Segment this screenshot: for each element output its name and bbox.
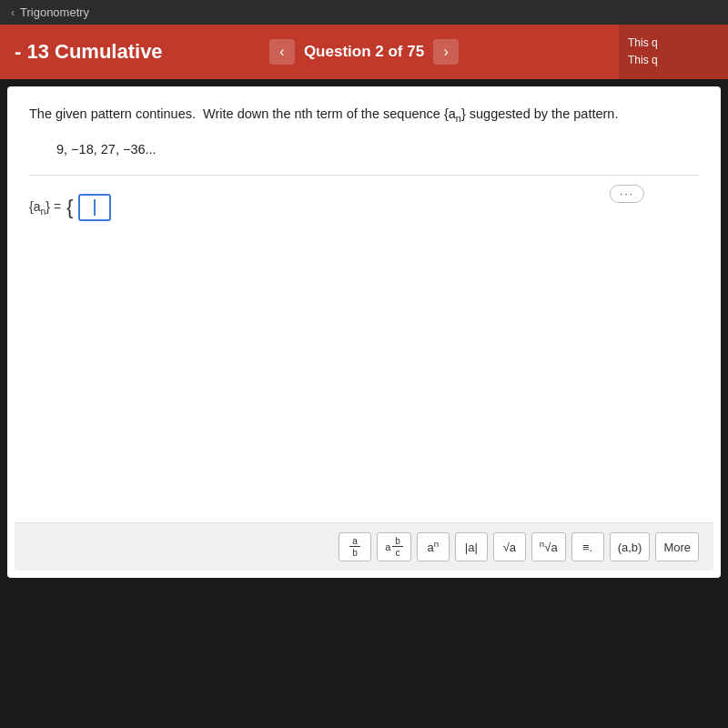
answer-input[interactable] bbox=[78, 194, 111, 221]
breadcrumb-text: Trigonometry bbox=[20, 5, 89, 19]
nth-root-icon: n√a bbox=[540, 539, 558, 554]
question-navigation: ‹ Question 2 of 75 › bbox=[269, 39, 459, 65]
superscript-icon: an bbox=[427, 539, 439, 554]
sqrt-icon: √a bbox=[503, 541, 516, 554]
fraction-icon: a b bbox=[349, 536, 360, 558]
superscript-button[interactable]: an bbox=[417, 532, 450, 561]
next-question-button[interactable]: › bbox=[433, 39, 459, 65]
point-icon: (a,b) bbox=[618, 541, 642, 554]
math-toolbar: a b a b c an |a| √a n bbox=[15, 522, 713, 571]
mixed-fraction-icon: a b c bbox=[385, 536, 403, 558]
open-brace: { bbox=[66, 196, 73, 219]
dots-badge: ··· bbox=[610, 185, 644, 203]
inner-frac-icon: b c bbox=[392, 536, 403, 558]
sequence-display: 9, −18, 27, −36... bbox=[56, 142, 699, 157]
fraction-button[interactable]: a b bbox=[339, 532, 371, 561]
absolute-value-icon: |a| bbox=[465, 541, 478, 554]
breadcrumb-bar: ‹ Trigonometry bbox=[0, 0, 728, 25]
header-bar: - 13 Cumulative ‹ Question 2 of 75 › Thi… bbox=[0, 25, 728, 79]
more-button[interactable]: More bbox=[655, 532, 699, 561]
course-title: - 13 Cumulative bbox=[15, 40, 178, 64]
decimal-icon: ≡. bbox=[582, 541, 592, 554]
header-right-text-2: This q bbox=[628, 52, 719, 69]
answer-row: {an} = { bbox=[29, 194, 699, 221]
prev-question-button[interactable]: ‹ bbox=[269, 39, 295, 65]
decimal-button[interactable]: ≡. bbox=[571, 532, 604, 561]
nth-root-button[interactable]: n√a bbox=[531, 532, 566, 561]
mixed-fraction-button[interactable]: a b c bbox=[377, 532, 411, 561]
question-counter: Question 2 of 75 bbox=[304, 43, 424, 61]
sqrt-button[interactable]: √a bbox=[493, 532, 526, 561]
breadcrumb-arrow: ‹ bbox=[11, 6, 15, 19]
question-instruction: The given pattern continues. Write down … bbox=[29, 105, 699, 126]
absolute-value-button[interactable]: |a| bbox=[455, 532, 488, 561]
header-right-panel: This q This q bbox=[619, 25, 728, 79]
point-button[interactable]: (a,b) bbox=[610, 532, 651, 561]
content-divider bbox=[29, 175, 699, 176]
answer-label: {an} = bbox=[29, 199, 61, 217]
header-right-text-1: This q bbox=[628, 35, 719, 52]
main-content: The given pattern continues. Write down … bbox=[7, 86, 721, 578]
